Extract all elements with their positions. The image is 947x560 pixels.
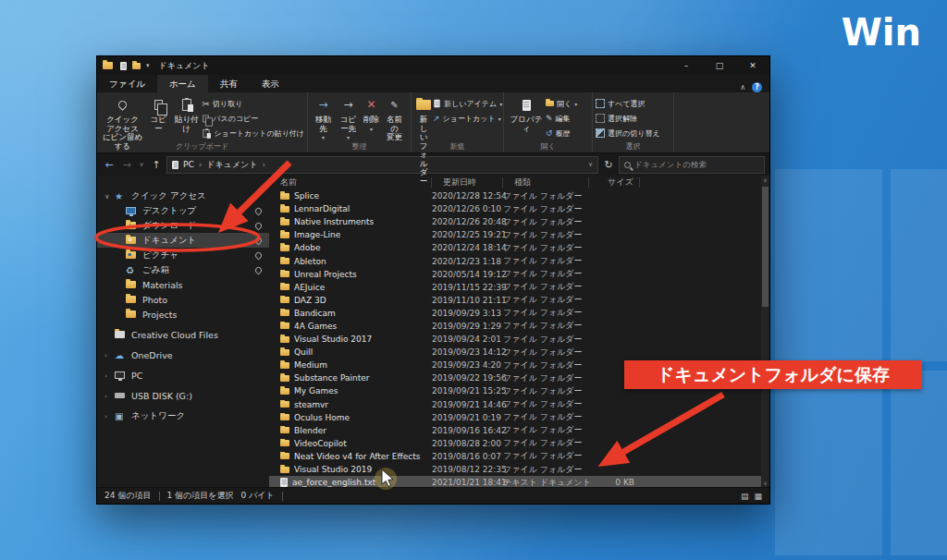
breadcrumb-pc[interactable]: PC — [183, 160, 194, 169]
paste-shortcut-button[interactable]: ショートカットの貼り付け — [202, 126, 304, 140]
file-list-body: Splice2020/12/28 12:54ファイル フォルダーLennarDi… — [269, 189, 761, 487]
scrollbar[interactable]: ∧ ∨ — [761, 176, 769, 487]
sidebar-item-desktop[interactable]: デスクトップ — [97, 203, 269, 218]
move-to-button[interactable]: → 移動先 ▾ — [311, 94, 336, 142]
qat-new-folder-icon[interactable] — [132, 63, 141, 69]
sidebar-item-creative-cloud-files[interactable]: Creative Cloud Files — [97, 327, 269, 342]
edit-button[interactable]: ✎ 編集 — [546, 111, 577, 126]
tab-share[interactable]: 共有 — [208, 75, 250, 92]
rename-button[interactable]: ✎ 名前の 変更 — [382, 94, 407, 142]
forward-button[interactable]: → — [119, 159, 134, 171]
scrollbar-thumb[interactable] — [762, 187, 769, 307]
file-row[interactable]: VideoCopilot2019/08/28 2:00ファイル フォルダー — [269, 437, 761, 450]
sidebar-item-label: Materials — [142, 280, 183, 290]
file-row[interactable]: Oculus Home2019/09/21 0:19ファイル フォルダー — [269, 411, 761, 424]
maximize-button[interactable]: □ — [703, 56, 736, 75]
search-input[interactable] — [634, 160, 759, 169]
help-icon[interactable]: ? — [752, 82, 762, 92]
file-row[interactable]: Image-Line2020/12/25 19:21ファイル フォルダー — [269, 228, 761, 241]
ribbon-collapse-icon[interactable]: ∧ — [740, 83, 745, 91]
paste-button[interactable]: 貼り付け — [171, 94, 202, 133]
scroll-down-icon[interactable]: ∨ — [761, 480, 769, 486]
chevron-right-icon[interactable]: › — [105, 392, 115, 400]
tab-view[interactable]: 表示 — [250, 75, 291, 92]
sidebar-item-usb-disk[interactable]: ›USB DISK (G:) — [97, 388, 269, 403]
file-row[interactable]: Native Instruments2020/12/26 20:48ファイル フ… — [269, 215, 761, 228]
file-row[interactable]: LennarDigital2020/12/26 0:10ファイル フォルダー — [269, 202, 761, 215]
chevron-right-icon[interactable]: › — [105, 412, 115, 420]
chevron-down-icon[interactable]: ∨ — [105, 192, 115, 201]
file-row[interactable]: Blender2019/09/16 16:42ファイル フォルダー — [269, 424, 761, 437]
chevron-right-icon[interactable]: › — [105, 371, 115, 380]
sidebar-item-downloads[interactable]: ↓ダウンロード — [97, 218, 269, 233]
tab-file[interactable]: ファイル — [97, 75, 157, 92]
select-none-button[interactable]: 選択解除 — [596, 111, 660, 126]
file-row[interactable]: Splice2020/12/28 12:54ファイル フォルダー — [269, 189, 761, 202]
sidebar-item-documents[interactable]: ≡ドキュメント — [97, 233, 269, 248]
file-row[interactable]: Quill2019/09/23 14:12ファイル フォルダー — [269, 346, 761, 359]
sidebar-item-quick-access[interactable]: ∨★クイック アクセス — [97, 189, 269, 203]
file-row[interactable]: Unreal Projects2020/05/14 19:12ファイル フォルダ… — [269, 268, 761, 281]
minimize-button[interactable]: – — [670, 56, 703, 75]
new-item-button[interactable]: 新しいアイテム ▾ — [433, 96, 502, 111]
qat-chevron-down-icon[interactable]: ▾ — [146, 62, 150, 69]
column-header-type[interactable]: 種類 — [503, 177, 589, 188]
sidebar-item-recycle-bin[interactable]: ♻ごみ箱 — [97, 262, 269, 277]
file-name: Unreal Projects — [294, 270, 357, 279]
column-header-date[interactable]: 更新日時 — [432, 177, 503, 188]
tab-home[interactable]: ホーム — [157, 75, 208, 92]
shortcut-button[interactable]: ↗ ショートカット ▾ — [433, 111, 502, 126]
up-button[interactable]: ↑ — [149, 159, 164, 171]
select-all-button[interactable]: すべて選択 — [596, 96, 660, 111]
quick-access-toolbar: ▾ — [120, 62, 150, 70]
copy-button[interactable]: コピー — [145, 94, 171, 133]
breadcrumb[interactable]: PC › ドキュメント › ∨ — [166, 156, 598, 174]
qat-properties-icon[interactable] — [120, 62, 127, 70]
file-row[interactable]: Visual Studio 20172019/09/24 2:01ファイル フォ… — [269, 333, 761, 346]
sidebar-item-pc[interactable]: ›PC — [97, 368, 269, 383]
details-view-button[interactable]: ▤ — [741, 492, 749, 501]
copy-to-button[interactable]: → コピー先 ▾ — [336, 94, 361, 142]
refresh-button[interactable]: ↻ — [601, 159, 616, 171]
copy-path-button[interactable]: パスのコピー — [202, 111, 304, 126]
recent-locations-icon[interactable]: ∨ — [137, 161, 146, 168]
sidebar-item-onedrive[interactable]: ›☁OneDrive — [97, 347, 269, 362]
selection-count: 1 個の項目を選択 — [167, 490, 234, 502]
back-button[interactable]: ← — [102, 159, 117, 171]
file-row[interactable]: Neat Video v4 for After Effects2019/08/1… — [269, 450, 761, 463]
close-button[interactable]: ✕ — [736, 56, 769, 75]
delete-button[interactable]: ✕ 削除 ▾ — [361, 94, 382, 133]
sidebar-item-projects[interactable]: Projects — [97, 307, 269, 322]
file-name: My Games — [294, 386, 338, 396]
search-box[interactable] — [619, 156, 765, 174]
file-row[interactable]: Ableton2020/12/23 1:18ファイル フォルダー — [269, 254, 761, 267]
address-dropdown-icon[interactable]: ∨ — [588, 161, 593, 168]
sidebar-item-network[interactable]: ›▣ネットワーク — [97, 408, 269, 423]
dropdown-icon: ▾ — [498, 116, 501, 122]
sidebar-item-materials[interactable]: Materials — [97, 277, 269, 292]
file-row[interactable]: Visual Studio 20192019/08/12 22:35ファイル フ… — [269, 463, 761, 476]
file-row[interactable]: Adobe2020/12/24 18:14ファイル フォルダー — [269, 241, 761, 254]
folder-icon — [280, 232, 289, 238]
open-button[interactable]: 開く ▾ — [546, 96, 577, 111]
column-header-size[interactable]: サイズ — [589, 177, 640, 188]
invert-selection-button[interactable]: 選択の切り替え — [596, 126, 660, 140]
file-row[interactable]: AEJuice2019/11/15 22:39ファイル フォルダー — [269, 281, 761, 294]
new-folder-button[interactable]: 新しい フォルダー — [414, 94, 433, 186]
chevron-right-icon[interactable]: › — [105, 351, 115, 359]
properties-button[interactable]: プロパティ — [507, 94, 546, 133]
ribbon: クイック アクセス にピン留めする コピー 貼り付け ✂ 切り取り — [97, 92, 769, 153]
sidebar-item-pictures[interactable]: ▪ピクチャ — [97, 248, 269, 262]
file-row[interactable]: Bandicam2019/09/29 3:13ファイル フォルダー — [269, 307, 761, 320]
column-header-name[interactable]: 名前 — [269, 177, 432, 188]
history-button[interactable]: ↺ 履歴 — [546, 126, 577, 140]
scroll-up-icon[interactable]: ∧ — [761, 177, 769, 183]
file-row[interactable]: 4A Games2019/09/29 1:29ファイル フォルダー — [269, 320, 761, 333]
sidebar-item-photo[interactable]: Photo — [97, 292, 269, 307]
file-row[interactable]: ae_force_english.txt2021/01/21 18:41テキスト… — [269, 476, 761, 487]
icons-view-button[interactable]: ▦ — [754, 492, 762, 501]
file-row[interactable]: DAZ 3D2019/11/10 21:11ファイル フォルダー — [269, 294, 761, 307]
cut-button[interactable]: ✂ 切り取り — [202, 96, 304, 111]
breadcrumb-documents[interactable]: ドキュメント — [206, 159, 257, 171]
file-row[interactable]: steamvr2019/09/21 14:46ファイル フォルダー — [269, 398, 761, 411]
